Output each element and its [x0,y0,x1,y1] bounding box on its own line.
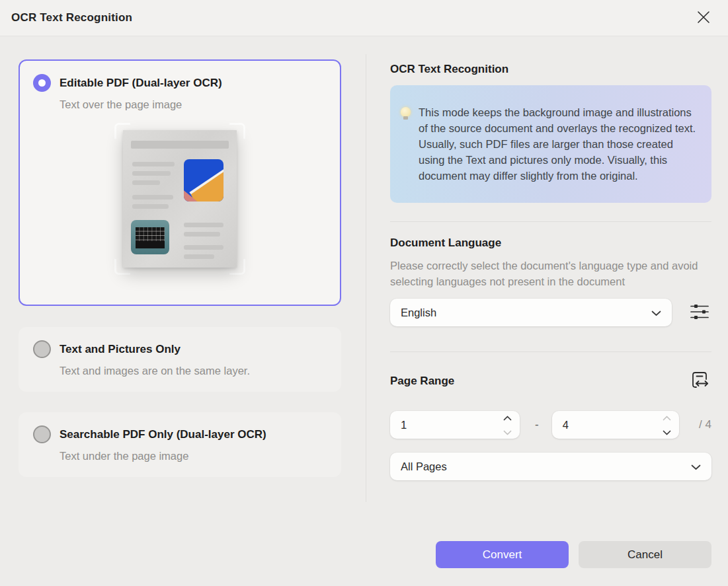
cancel-button[interactable]: Cancel [579,541,711,568]
lightbulb-icon [401,107,411,117]
preview-text-bar [132,195,173,200]
option-card-editable-pdf[interactable]: Editable PDF (Dual-layer OCR) Text over … [19,59,341,306]
spinner-up-icon[interactable] [663,412,671,423]
option-description: Text and images are on the same layer. [60,365,327,377]
dialog-titlebar: OCR Text Recognition [0,0,728,36]
spinner-down-icon[interactable] [503,426,512,438]
page-total-label: / 4 [699,418,711,431]
radio-text-pictures-only[interactable] [33,340,51,358]
page-mode-select[interactable]: All Pages [390,453,711,480]
preview-text-bar [184,254,214,259]
language-select[interactable]: English [390,299,672,326]
option-label: Text and Pictures Only [60,343,181,356]
option-card-text-pictures-only[interactable]: Text and Pictures Only Text and images a… [19,327,341,392]
page-range-inputs-row: 1 - 4 [390,411,711,439]
settings-heading: OCR Text Recognition [390,63,711,76]
preview-text-bar [132,162,175,166]
option-label: Editable PDF (Dual-layer OCR) [60,77,222,90]
section-divider [390,221,711,222]
mode-options-panel: Editable PDF (Dual-layer OCR) Text over … [19,59,341,502]
page-mode-value: All Pages [401,460,691,473]
document-language-heading: Document Language [390,237,711,250]
option-header: Searchable PDF Only (Dual-layer OCR) [33,425,327,443]
section-divider [390,351,711,352]
preview-photo-windows [131,220,169,254]
mode-preview [33,122,327,276]
mode-tip-text: This mode keeps the background image and… [419,104,697,184]
preview-text-bar [131,141,229,149]
dialog-footer: Convert Cancel [436,541,711,568]
page-range-separator: - [535,418,539,431]
option-description: Text under the page image [60,450,327,462]
page-range-picker-button[interactable] [688,368,711,394]
dialog-body: Editable PDF (Dual-layer OCR) Text over … [0,36,728,502]
option-header: Editable PDF (Dual-layer OCR) [33,74,327,92]
preview-text-bar [132,180,160,185]
page-to-value: 4 [563,419,663,431]
close-button[interactable] [694,8,713,28]
document-language-description: Please correctly select the document's l… [390,258,711,289]
document-preview-image [112,122,248,276]
page-from-value: 1 [401,419,503,431]
mode-tip-box: This mode keeps the background image and… [390,85,711,203]
language-row: English [390,299,711,326]
page-range-header-row: Page Range [390,368,711,394]
panel-divider [366,54,366,502]
convert-button[interactable]: Convert [436,541,569,568]
page-from-input[interactable]: 1 [390,411,520,439]
preview-text-bar [132,204,169,209]
option-label: Searchable PDF Only (Dual-layer OCR) [60,428,266,441]
preview-text-bar [184,232,220,237]
language-settings-sliders-icon [690,302,709,324]
dialog-title: OCR Text Recognition [11,11,132,24]
option-description: Text over the page image [60,98,327,111]
spinner-down-icon[interactable] [663,426,671,438]
option-card-searchable-pdf[interactable]: Searchable PDF Only (Dual-layer OCR) Tex… [19,412,341,477]
radio-editable-pdf[interactable] [33,74,51,92]
preview-page [123,130,237,268]
preview-photo-building [184,159,223,201]
page-to-input[interactable]: 4 [552,411,679,439]
preview-text-bar [132,171,171,176]
option-header: Text and Pictures Only [33,340,327,358]
chevron-down-icon [691,460,701,473]
page-range-icon [688,368,711,394]
preview-text-bar [184,223,223,227]
close-icon [696,9,711,27]
preview-text-bar [184,245,223,250]
radio-searchable-pdf[interactable] [33,425,51,443]
language-select-value: English [401,307,651,319]
chevron-down-icon [651,307,661,319]
spinner-up-icon[interactable] [503,412,512,423]
settings-panel: OCR Text Recognition This mode keeps the… [390,59,711,502]
language-settings-button[interactable] [689,302,710,323]
page-range-heading: Page Range [390,375,454,388]
